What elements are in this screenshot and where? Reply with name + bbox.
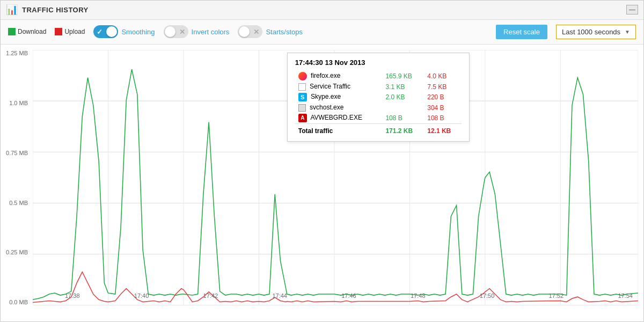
y-axis-labels: 1.25 MB 1.0 MB 0.75 MB 0.5 MB 0.25 MB 0.… xyxy=(1,50,30,305)
invert-colors-label: Invert colors xyxy=(192,28,230,36)
title-bar: 📊 TRAFFIC HISTORY — xyxy=(1,1,643,20)
chart-inner: 17:44:30 13 Nov 2013 firefox.exe 165.9 K… xyxy=(33,50,638,305)
title-left: 📊 TRAFFIC HISTORY xyxy=(6,4,89,16)
download-val: 2.0 KB xyxy=(382,92,424,103)
download-legend: Download xyxy=(8,28,46,35)
chart-icon: 📊 xyxy=(6,4,18,16)
x-label-5: 17:48 xyxy=(411,292,426,299)
tooltip-timestamp: 17:44:30 13 Nov 2013 xyxy=(295,58,462,67)
starts-stops-group: ✕ Starts/stops xyxy=(238,25,303,38)
service-icon xyxy=(298,83,306,91)
upload-color-box xyxy=(55,28,62,35)
time-range-label: Last 1000 seconds xyxy=(562,28,620,36)
total-label: Total traffic xyxy=(295,123,383,136)
y-label-2: 0.75 MB xyxy=(1,150,28,156)
upload-val: 108 B xyxy=(424,113,462,124)
upload-val: 4.0 KB xyxy=(424,71,462,82)
x-axis-labels: 17:38 17:40 17:42 17:44 17:46 17:48 17:5… xyxy=(65,290,633,305)
tooltip-box: 17:44:30 13 Nov 2013 firefox.exe 165.9 K… xyxy=(287,53,470,142)
svg-rect-0 xyxy=(8,28,16,35)
table-row: svchost.exe 304 B xyxy=(295,103,462,113)
chart-area: 1.25 MB 1.0 MB 0.75 MB 0.5 MB 0.25 MB 0.… xyxy=(1,45,643,321)
smoothing-knob xyxy=(106,26,117,37)
x-icon: ✕ xyxy=(179,28,185,36)
download-val xyxy=(382,103,424,113)
x-icon2: ✕ xyxy=(253,28,259,36)
app-name: svchost.exe xyxy=(295,103,383,113)
invert-colors-toggle[interactable]: ✕ xyxy=(164,25,188,38)
total-download: 171.2 KB xyxy=(382,123,424,136)
starts-stops-label: Starts/stops xyxy=(266,28,303,36)
upload-val: 220 B xyxy=(424,92,462,103)
smoothing-group: ✓ Smoothing xyxy=(93,25,155,38)
total-row: Total traffic 171.2 KB 12.1 KB xyxy=(295,123,462,136)
smoothing-label: Smoothing xyxy=(121,28,155,36)
smoothing-toggle[interactable]: ✓ xyxy=(93,25,118,38)
table-row: Service Traffic 3.1 KB 7.5 KB xyxy=(295,82,462,92)
starts-stops-toggle[interactable]: ✕ xyxy=(238,25,262,38)
x-label-2: 17:42 xyxy=(203,292,218,299)
toolbar: Download Upload ✓ Smoothing ✕ Invert col… xyxy=(1,20,643,45)
table-row: firefox.exe 165.9 KB 4.0 KB xyxy=(295,71,462,82)
starts-stops-knob xyxy=(239,26,250,37)
upload-legend: Upload xyxy=(55,28,85,35)
x-label-1: 17:40 xyxy=(134,292,149,299)
check-icon: ✓ xyxy=(97,28,103,36)
x-label-0: 17:38 xyxy=(65,292,80,299)
invert-colors-group: ✕ Invert colors xyxy=(164,25,230,38)
upload-label: Upload xyxy=(64,28,85,35)
download-color-box xyxy=(8,28,16,35)
app-name: firefox.exe xyxy=(295,71,383,82)
y-label-0: 1.25 MB xyxy=(1,50,28,56)
svchost-icon xyxy=(298,104,306,112)
table-row: A AVWEBGRD.EXE 108 B 108 B xyxy=(295,113,462,124)
download-val: 3.1 KB xyxy=(382,82,424,92)
download-val: 108 B xyxy=(382,113,424,124)
tooltip-table: firefox.exe 165.9 KB 4.0 KB Service Traf… xyxy=(295,71,462,136)
total-upload: 12.1 KB xyxy=(424,123,462,136)
time-range-dropdown[interactable]: Last 1000 seconds ▼ xyxy=(556,25,636,39)
x-label-4: 17:46 xyxy=(341,292,356,299)
x-label-8: 17:54 xyxy=(618,292,633,299)
svg-rect-1 xyxy=(55,28,62,35)
upload-val: 304 B xyxy=(424,103,462,113)
x-label-7: 17:52 xyxy=(549,292,564,299)
download-label: Download xyxy=(18,28,46,35)
table-row: S Skype.exe 2.0 KB 220 B xyxy=(295,92,462,103)
app-name: S Skype.exe xyxy=(295,92,383,103)
y-label-3: 0.5 MB xyxy=(1,200,28,206)
window-title: TRAFFIC HISTORY xyxy=(22,6,89,14)
av-icon: A xyxy=(298,114,307,122)
main-window: 📊 TRAFFIC HISTORY — Download Upload ✓ Sm… xyxy=(0,0,644,322)
chevron-down-icon: ▼ xyxy=(625,29,630,35)
y-label-4: 0.25 MB xyxy=(1,249,28,255)
x-label-3: 17:44 xyxy=(272,292,287,299)
minimize-button[interactable]: — xyxy=(626,5,638,14)
y-label-5: 0.0 MB xyxy=(1,299,28,305)
app-name: A AVWEBGRD.EXE xyxy=(295,113,383,124)
upload-val: 7.5 KB xyxy=(424,82,462,92)
y-label-1: 1.0 MB xyxy=(1,100,28,106)
download-val: 165.9 KB xyxy=(382,71,424,82)
skype-icon: S xyxy=(298,93,307,101)
reset-scale-button[interactable]: Reset scale xyxy=(496,25,547,39)
firefox-icon xyxy=(298,72,307,80)
invert-colors-knob xyxy=(165,26,175,37)
x-label-6: 17:50 xyxy=(480,292,495,299)
app-name: Service Traffic xyxy=(295,82,383,92)
